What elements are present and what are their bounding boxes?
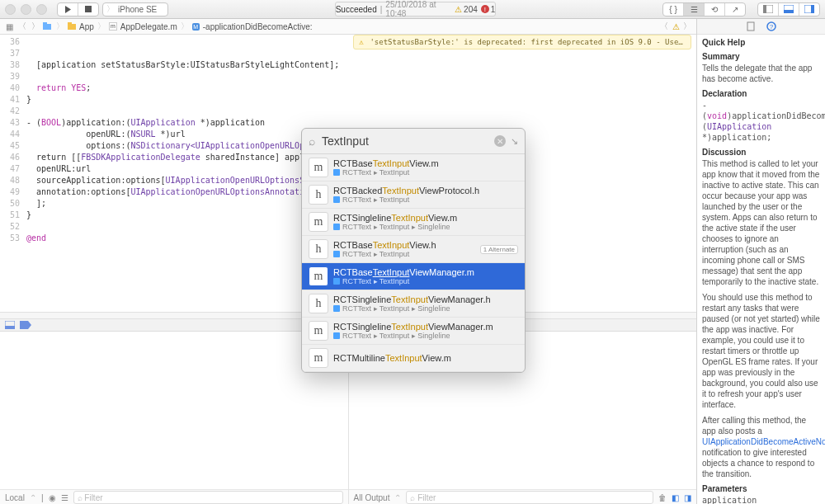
svg-rect-10 <box>68 22 72 25</box>
declaration-heading: Declaration <box>702 89 820 98</box>
clear-search-button[interactable]: ✕ <box>494 135 506 147</box>
back-button[interactable]: 〈 <box>16 21 28 32</box>
inline-warning[interactable]: ⚠ 'setStatusBarStyle:' is deprecated: fi… <box>353 35 691 49</box>
main-toolbar: 〉iPhone SE Succeeded | 25/10/2018 at 10:… <box>0 0 825 19</box>
close-window-button[interactable] <box>5 4 16 15</box>
result-path: RCTText ▸ TextInput <box>333 250 475 258</box>
toggle-debug-button[interactable] <box>5 321 15 329</box>
next-issue-button[interactable]: 〉 <box>681 21 693 32</box>
breakpoint-toggle-button[interactable] <box>20 321 31 329</box>
project-icon <box>333 278 340 285</box>
show-variables-button[interactable]: ◧ <box>672 493 679 502</box>
quicklook-icon[interactable]: ☰ <box>61 493 68 502</box>
svg-rect-8 <box>43 22 47 25</box>
declaration-text: - (void)applicationDidBecomeActive:(UIAp… <box>702 100 820 143</box>
quick-help-tab[interactable]: ? <box>766 21 776 31</box>
result-title: RCTSinglelineTextInputViewManager.m <box>333 322 518 332</box>
discussion-heading: Discussion <box>702 148 820 157</box>
run-button[interactable] <box>58 3 78 16</box>
version-editor-button[interactable]: ⟲ <box>704 3 724 16</box>
related-items-button[interactable]: ▦ <box>3 21 15 32</box>
output-scope-selector[interactable]: All Output <box>354 493 390 502</box>
method-icon: M <box>192 23 200 31</box>
result-title: RCTBaseTextInputView.h <box>333 240 475 250</box>
result-path: RCTText ▸ TextInput ▸ Singleline <box>333 223 518 231</box>
prev-issue-button[interactable]: 〈 <box>658 21 670 32</box>
project-icon <box>333 251 340 257</box>
folder-icon <box>43 22 51 31</box>
svg-text:?: ? <box>769 23 773 31</box>
svg-rect-7 <box>43 24 51 30</box>
project-icon <box>333 224 340 230</box>
scheme-selector[interactable]: 〉iPhone SE <box>102 2 168 16</box>
parameters-heading: Parameters <box>702 484 820 493</box>
assistant-editor-button[interactable]: ☰ <box>683 3 704 16</box>
svg-rect-0 <box>85 6 92 12</box>
project-icon <box>333 169 340 176</box>
open-quickly-result[interactable]: mRCTMultilineTextInputView.m <box>302 345 525 372</box>
open-quickly-result[interactable]: mRCTSinglelineTextInputView.mRCTText ▸ T… <box>302 209 525 236</box>
variables-filter-input[interactable]: ⌕ Filter <box>73 491 343 504</box>
file-type-icon: m <box>309 321 328 341</box>
open-quickly-result[interactable]: hRCTBaseTextInputView.hRCTText ▸ TextInp… <box>302 236 525 263</box>
warnings-count[interactable]: ⚠204 <box>454 5 478 14</box>
scheme-label: iPhone SE <box>118 5 157 14</box>
search-icon: ⌕ <box>309 134 315 148</box>
crumb-folder[interactable]: App <box>79 22 94 31</box>
toggle-debug-area-button[interactable] <box>778 3 799 16</box>
file-type-icon: h <box>309 294 328 313</box>
param-name: application <box>702 495 820 504</box>
open-quickly-result[interactable]: hRCTBackedTextInputViewProtocol.hRCTText… <box>302 181 525 209</box>
svg-rect-4 <box>784 10 794 13</box>
result-path: RCTText ▸ TextInput ▸ Singleline <box>333 332 518 340</box>
project-icon <box>333 196 340 203</box>
file-type-icon: m <box>309 212 328 232</box>
utilities-panel: ? Quick Help Summary Tells the delegate … <box>696 19 825 504</box>
standard-editor-button[interactable]: { } <box>663 3 683 16</box>
crumb-file[interactable]: AppDelegate.m <box>120 22 177 31</box>
summary-heading: Summary <box>702 52 820 61</box>
open-quickly-input[interactable] <box>320 134 489 148</box>
toggle-utilities-button[interactable] <box>799 3 819 16</box>
errors-count[interactable]: !1 <box>481 5 496 14</box>
result-path: RCTText ▸ TextInput <box>333 168 518 177</box>
notification-link[interactable]: UIApplicationDidBecomeActiveNotification <box>702 437 825 446</box>
file-type-icon: m <box>309 348 328 368</box>
warning-icon: ⚠ <box>672 22 680 31</box>
forward-button[interactable]: 〉 <box>30 21 41 32</box>
result-title: RCTBaseTextInputView.m <box>333 158 518 168</box>
show-console-button[interactable]: ◨ <box>684 493 691 502</box>
open-quickly-result[interactable]: mRCTSinglelineTextInputViewManager.mRCTT… <box>302 318 525 345</box>
activity-status[interactable]: Succeeded | 25/10/2018 at 10:48 ⚠204 !1 <box>335 2 497 16</box>
variables-scope-selector[interactable]: Local <box>5 493 25 502</box>
file-inspector-tab[interactable] <box>747 21 755 31</box>
panel-toggles <box>757 2 820 16</box>
svg-rect-2 <box>763 5 766 13</box>
stop-button[interactable] <box>78 3 98 16</box>
scope-icon[interactable]: ↘ <box>511 136 518 147</box>
trash-icon[interactable]: 🗑 <box>658 493 667 502</box>
jump-bar: ▦ 〈 〉 〉 App 〉 m AppDelegate.m 〉 M -appli… <box>0 19 696 35</box>
discussion-text-2: You should use this method to restart an… <box>702 292 820 410</box>
discussion-text-3: After calling this method, the app also … <box>702 415 820 479</box>
open-quickly-panel: ⌕ ✕ ↘ mRCTBaseTextInputView.mRCTText ▸ T… <box>301 128 526 373</box>
open-quickly-result[interactable]: mRCTBaseTextInputViewManager.mRCTText ▸ … <box>302 263 525 290</box>
project-icon <box>333 332 340 339</box>
file-type-icon: m <box>309 266 328 286</box>
crumb-symbol[interactable]: -applicationDidBecomeActive: <box>203 22 313 31</box>
minimize-window-button[interactable] <box>21 4 31 15</box>
discussion-text-1: This method is called to let your app kn… <box>702 158 820 287</box>
folder-icon <box>68 22 76 31</box>
open-quickly-result[interactable]: hRCTSinglelineTextInputViewManager.hRCTT… <box>302 290 525 318</box>
eye-icon[interactable]: ◉ <box>49 493 56 502</box>
open-quickly-result[interactable]: mRCTBaseTextInputView.mRCTText ▸ TextInp… <box>302 154 525 181</box>
toggle-navigator-button[interactable] <box>758 3 778 16</box>
result-path: RCTText ▸ TextInput <box>333 277 518 285</box>
version-editor-button-alt[interactable]: ↗ <box>724 3 745 16</box>
svg-rect-12 <box>5 326 15 329</box>
editor-mode-buttons: { } ☰ ⟲ ↗ <box>662 2 746 16</box>
filter-icon: ⌕ <box>78 493 82 502</box>
console-filter-input[interactable]: ⌕ Filter <box>406 491 653 504</box>
file-type-icon: h <box>309 239 328 259</box>
zoom-window-button[interactable] <box>36 4 47 15</box>
